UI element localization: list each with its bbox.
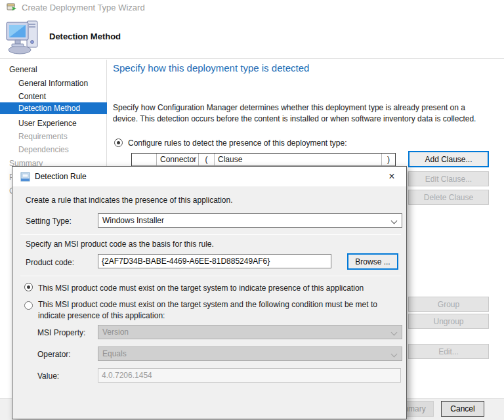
detection-rule-dialog: Detection Rule × Create a rule that indi… [12, 166, 407, 419]
dialog-title: Detection Rule [35, 172, 87, 181]
computer-icon [5, 17, 43, 55]
chevron-down-icon [391, 329, 398, 336]
wizard-header: Detection Method [0, 14, 504, 59]
create-deployment-type-wizard-window: Create Deployment Type Wizard Detection … [0, 0, 504, 420]
edit-clause-button: Edit Clause... [408, 171, 489, 186]
setting-type-label: Setting Type: [26, 217, 72, 226]
column-header-blank [132, 154, 157, 165]
sidebar-item-general[interactable]: General [0, 64, 107, 75]
msi-exist-radio[interactable]: This MSI product code must exist on the … [24, 283, 396, 294]
setting-type-dropdown[interactable]: Windows Installer [98, 213, 402, 228]
column-header-close-paren: ) [382, 154, 395, 165]
page-heading: Specify how this deployment type is dete… [113, 62, 309, 74]
sidebar-item-general-information[interactable]: General Information [0, 77, 107, 89]
wizard-app-icon [7, 2, 17, 12]
chevron-down-icon [391, 218, 398, 224]
cancel-button[interactable]: Cancel [441, 401, 484, 417]
operator-label: Operator: [37, 350, 71, 359]
msi-property-label: MSI Property: [37, 328, 85, 337]
radio-selected-icon [114, 138, 123, 147]
wizard-step-title: Detection Method [49, 32, 121, 41]
msi-hint-text: Specify an MSI product code as the basis… [26, 240, 214, 249]
sidebar-item-content[interactable]: Content [0, 91, 107, 102]
msi-condition-radio-label: This MSI product code must exist on the … [38, 299, 396, 322]
value-input [98, 368, 401, 383]
delete-clause-button: Delete Clause [408, 190, 489, 205]
column-header-connector: Connector [157, 154, 199, 165]
window-title: Create Deployment Type Wizard [22, 3, 145, 12]
ungroup-button: Ungroup [408, 314, 489, 329]
group-button: Group [408, 297, 489, 312]
sidebar-item-dependencies: Dependencies [0, 144, 107, 156]
add-clause-button[interactable]: Add Clause... [408, 151, 489, 167]
product-code-label: Product code: [26, 258, 74, 267]
sidebar-item-detection-method[interactable]: Detection Method [0, 102, 107, 114]
msi-condition-radio[interactable]: This MSI product code must exist on the … [24, 299, 396, 322]
dialog-intro-text: Create a rule that indicates the presenc… [26, 196, 233, 205]
configure-rules-radio[interactable]: Configure rules to detect the presence o… [114, 138, 482, 148]
dialog-titlebar[interactable]: Detection Rule × [12, 167, 406, 186]
close-icon[interactable]: × [381, 169, 402, 184]
column-header-clause: Clause [215, 154, 382, 165]
configure-rules-radio-label: Configure rules to detect the presence o… [128, 138, 347, 148]
edit-button: Edit... [408, 344, 489, 359]
page-description: Specify how Configuration Manager determ… [113, 102, 492, 125]
dialog-icon [20, 172, 30, 182]
column-header-open-paren: ( [199, 154, 215, 165]
value-label: Value: [37, 371, 59, 381]
chevron-down-icon [391, 351, 398, 358]
divider [20, 234, 401, 235]
sidebar-item-requirements: Requirements [0, 131, 107, 142]
msi-property-dropdown: Version [98, 325, 402, 339]
radio-selected-icon [24, 283, 33, 291]
divider [20, 276, 401, 276]
window-titlebar: Create Deployment Type Wizard [0, 0, 504, 14]
product-code-input[interactable] [98, 254, 331, 268]
detection-rules-table-header: Connector ( Clause ) [132, 154, 395, 166]
browse-button[interactable]: Browse ... [347, 253, 398, 270]
operator-dropdown: Equals [98, 346, 402, 361]
sidebar-item-user-experience[interactable]: User Experience [0, 117, 107, 129]
radio-unselected-icon [24, 301, 33, 310]
msi-exist-radio-label: This MSI product code must exist on the … [38, 283, 364, 294]
